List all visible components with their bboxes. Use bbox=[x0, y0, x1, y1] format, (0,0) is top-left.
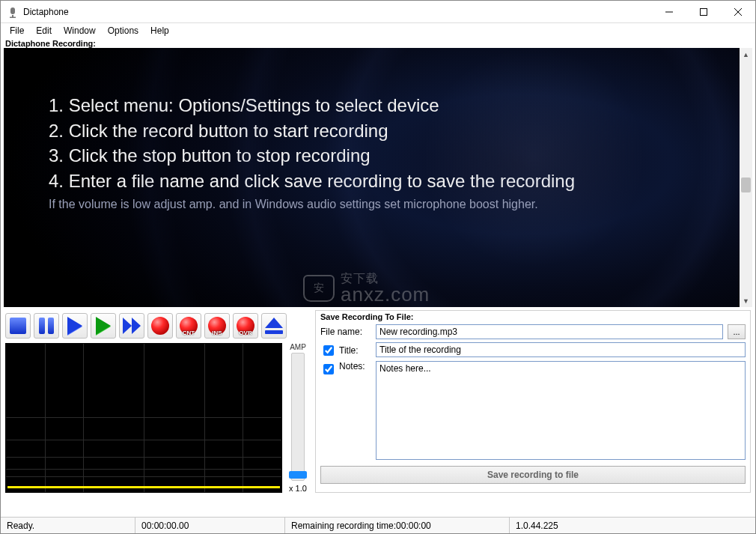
notes-textarea[interactable] bbox=[376, 361, 746, 460]
level-baseline bbox=[7, 486, 280, 488]
status-remaining: Remaining recording time: 00:00:00 bbox=[285, 518, 510, 533]
status-ready: Ready. bbox=[1, 518, 135, 533]
instruction-line: 2. Click the record button to start reco… bbox=[49, 118, 717, 144]
scroll-up-icon[interactable]: ▲ bbox=[740, 48, 752, 61]
app-icon bbox=[7, 6, 19, 18]
menu-help[interactable]: Help bbox=[144, 24, 175, 37]
play-green-button[interactable] bbox=[91, 313, 116, 339]
level-meter bbox=[5, 343, 282, 493]
notes-checkbox[interactable] bbox=[323, 364, 334, 374]
close-button[interactable] bbox=[721, 1, 755, 23]
titlebar: Dictaphone bbox=[1, 1, 755, 23]
instruction-hint: If the volume is low adjust amp. and in … bbox=[49, 198, 717, 211]
save-panel-title: Save Recording To File: bbox=[320, 312, 746, 324]
browse-button[interactable]: ... bbox=[728, 324, 746, 339]
play-button[interactable] bbox=[62, 313, 88, 339]
window-title: Dictaphone bbox=[23, 7, 69, 17]
fast-forward-button[interactable] bbox=[119, 313, 144, 339]
svg-rect-4 bbox=[701, 8, 707, 15]
instruction-line: 4. Enter a file name and click save reco… bbox=[49, 169, 717, 194]
stop-button[interactable] bbox=[5, 313, 31, 339]
minimize-button[interactable] bbox=[652, 1, 686, 23]
fast-forward-icon bbox=[123, 318, 141, 334]
amp-value: x 1.0 bbox=[289, 484, 307, 493]
record-icon bbox=[151, 317, 169, 335]
svg-rect-2 bbox=[10, 16, 16, 18]
notes-label: Notes: bbox=[339, 361, 365, 371]
save-panel: Save Recording To File: File name: ... T… bbox=[315, 310, 751, 493]
record-button[interactable] bbox=[147, 313, 173, 339]
save-recording-button[interactable]: Save recording to file bbox=[320, 466, 746, 484]
amp-label: AMP bbox=[290, 343, 306, 351]
filename-label: File name: bbox=[320, 324, 371, 337]
record-ovr-button[interactable]: OVR bbox=[233, 313, 258, 339]
svg-rect-0 bbox=[10, 7, 15, 14]
title-input[interactable] bbox=[376, 342, 746, 357]
recording-group-label: Dictaphone Recording: bbox=[1, 38, 755, 48]
instruction-panel: 1. Select menu: Options/Settings to sele… bbox=[4, 48, 740, 307]
status-elapsed: 00:00:00.00 bbox=[135, 518, 285, 533]
title-label: Title: bbox=[339, 345, 359, 356]
scroll-down-icon[interactable]: ▼ bbox=[740, 294, 752, 307]
pause-icon bbox=[39, 318, 54, 334]
watermark: 安 安下载 anxz.com bbox=[303, 273, 430, 304]
instruction-scrollbar[interactable]: ▲ ▼ bbox=[740, 48, 752, 307]
menu-file[interactable]: File bbox=[4, 24, 30, 37]
title-checkbox[interactable] bbox=[323, 345, 334, 356]
pause-button[interactable] bbox=[34, 313, 59, 339]
play-icon bbox=[67, 317, 82, 335]
menu-edit[interactable]: Edit bbox=[30, 24, 58, 37]
scroll-thumb[interactable] bbox=[741, 178, 751, 192]
menu-window[interactable]: Window bbox=[58, 24, 102, 37]
maximize-button[interactable] bbox=[686, 1, 721, 23]
menu-options[interactable]: Options bbox=[102, 24, 144, 37]
eject-icon bbox=[265, 318, 283, 334]
status-version: 1.0.44.225 bbox=[510, 518, 600, 533]
eject-button[interactable] bbox=[261, 313, 287, 339]
record-ins-button[interactable]: INS bbox=[204, 313, 230, 339]
record-cnt-button[interactable]: CNT bbox=[176, 313, 201, 339]
amp-slider-thumb[interactable] bbox=[289, 471, 307, 479]
menubar: File Edit Window Options Help bbox=[1, 23, 755, 38]
instruction-line: 3. Click the stop button to stop recordi… bbox=[49, 143, 717, 169]
amp-slider[interactable] bbox=[291, 353, 305, 481]
instruction-line: 1. Select menu: Options/Settings to sele… bbox=[49, 93, 717, 118]
statusbar: Ready. 00:00:00.00 Remaining recording t… bbox=[1, 517, 755, 533]
filename-input[interactable] bbox=[376, 324, 723, 339]
play-green-icon bbox=[96, 317, 111, 335]
transport-toolbar: CNT INS OVR bbox=[5, 310, 309, 343]
stop-icon bbox=[10, 318, 26, 334]
